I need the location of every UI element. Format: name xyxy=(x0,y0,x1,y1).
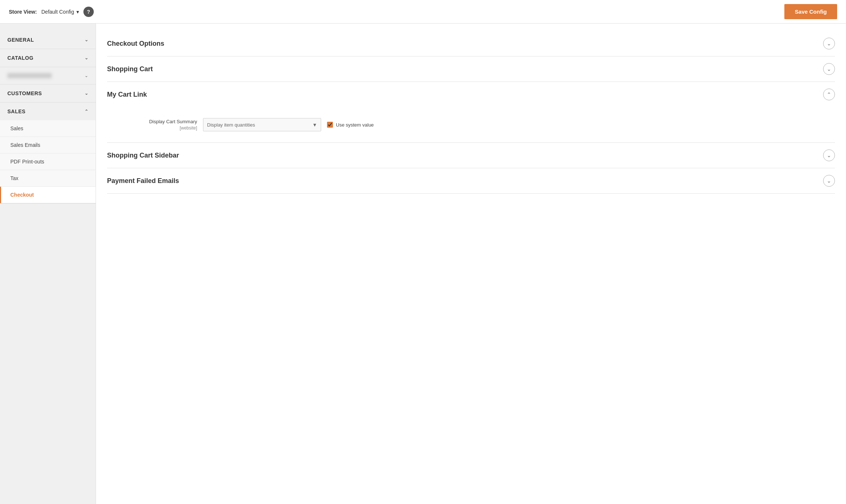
sidebar-section-general: GENERAL ⌄ xyxy=(0,31,96,49)
sidebar-section-header-catalog[interactable]: CATALOG ⌄ xyxy=(0,49,96,67)
sidebar-section-blurred[interactable]: ⌄ xyxy=(0,67,96,84)
use-system-value-wrapper: Use system value xyxy=(327,122,374,128)
sales-sub-items: Sales Sales Emails PDF Print-outs Tax Ch… xyxy=(0,120,96,203)
shopping-cart-title: Shopping Cart xyxy=(107,65,153,73)
use-system-value-label[interactable]: Use system value xyxy=(336,122,374,128)
display-cart-summary-label: Display Cart Summary [website] xyxy=(107,118,203,131)
chevron-down-icon: ⌄ xyxy=(85,91,89,96)
my-cart-link-title: My Cart Link xyxy=(107,91,147,99)
sidebar-section-header-sales[interactable]: SALES ⌃ xyxy=(0,103,96,120)
sidebar-catalog-label: CATALOG xyxy=(7,55,34,61)
section-shopping-cart[interactable]: Shopping Cart ⌄ xyxy=(107,56,835,82)
cart-summary-select[interactable]: Display item quantities ▼ xyxy=(203,118,321,131)
cart-summary-select-value: Display item quantities xyxy=(207,122,255,128)
sidebar-section-customers: CUSTOMERS ⌄ xyxy=(0,84,96,103)
sidebar-section-catalog: CATALOG ⌄ xyxy=(0,49,96,67)
sidebar-general-label: GENERAL xyxy=(7,37,34,43)
sidebar-section-header-general[interactable]: GENERAL ⌄ xyxy=(0,31,96,49)
blurred-label xyxy=(7,73,52,78)
main-layout: GENERAL ⌄ CATALOG ⌄ ⌄ CUSTOMERS ⌄ xyxy=(0,24,846,504)
shopping-cart-toggle-icon[interactable]: ⌄ xyxy=(823,63,835,75)
payment-failed-emails-title: Payment Failed Emails xyxy=(107,177,179,185)
select-arrow-icon: ▼ xyxy=(312,122,317,128)
shopping-cart-sidebar-toggle-icon[interactable]: ⌄ xyxy=(823,149,835,161)
sidebar-item-sales-emails[interactable]: Sales Emails xyxy=(0,137,96,153)
sidebar-item-tax[interactable]: Tax xyxy=(0,170,96,187)
display-cart-summary-sublabel: [website] xyxy=(107,125,197,131)
my-cart-link-toggle-icon[interactable]: ⌃ xyxy=(823,89,835,100)
display-cart-summary-row: Display Cart Summary [website] Display i… xyxy=(107,114,835,135)
sidebar-item-checkout[interactable]: Checkout xyxy=(0,187,96,203)
checkout-options-toggle-icon[interactable]: ⌄ xyxy=(823,38,835,49)
save-config-button[interactable]: Save Config xyxy=(784,4,837,19)
section-payment-failed-emails[interactable]: Payment Failed Emails ⌄ xyxy=(107,168,835,194)
sidebar: GENERAL ⌄ CATALOG ⌄ ⌄ CUSTOMERS ⌄ xyxy=(0,24,96,504)
use-system-value-checkbox[interactable] xyxy=(327,122,333,128)
payment-failed-emails-toggle-icon[interactable]: ⌄ xyxy=(823,175,835,187)
top-bar: Store View: Default Config ▾ ? Save Conf… xyxy=(0,0,846,24)
section-checkout-options[interactable]: Checkout Options ⌄ xyxy=(107,31,835,56)
sidebar-section-sales: SALES ⌃ Sales Sales Emails PDF Print-out… xyxy=(0,103,96,204)
my-cart-link-expanded: Display Cart Summary [website] Display i… xyxy=(107,107,835,143)
shopping-cart-sidebar-title: Shopping Cart Sidebar xyxy=(107,152,179,159)
content-area: Checkout Options ⌄ Shopping Cart ⌄ My Ca… xyxy=(96,24,846,504)
my-cart-link-header[interactable]: My Cart Link ⌃ xyxy=(107,82,835,107)
sidebar-section-header-customers[interactable]: CUSTOMERS ⌄ xyxy=(0,84,96,102)
store-view-dropdown[interactable]: Default Config ▾ xyxy=(41,9,79,15)
sidebar-sales-label: SALES xyxy=(7,108,25,114)
help-icon[interactable]: ? xyxy=(83,7,94,17)
chevron-down-icon: ⌄ xyxy=(85,73,88,78)
chevron-down-icon: ⌄ xyxy=(85,37,89,42)
store-view-value: Default Config xyxy=(41,9,74,15)
chevron-up-icon: ⌃ xyxy=(85,109,89,114)
section-my-cart-link: My Cart Link ⌃ Display Cart Summary [web… xyxy=(107,82,835,143)
store-view-label: Store View: xyxy=(9,9,37,15)
display-cart-summary-control: Display item quantities ▼ Use system val… xyxy=(203,118,374,131)
top-bar-left: Store View: Default Config ▾ ? xyxy=(9,7,94,17)
sidebar-customers-label: CUSTOMERS xyxy=(7,90,42,96)
sidebar-item-pdf-printouts[interactable]: PDF Print-outs xyxy=(0,153,96,170)
chevron-down-icon: ⌄ xyxy=(85,55,89,61)
section-shopping-cart-sidebar[interactable]: Shopping Cart Sidebar ⌄ xyxy=(107,143,835,168)
dropdown-arrow-icon: ▾ xyxy=(76,9,79,15)
sidebar-item-sales[interactable]: Sales xyxy=(0,120,96,137)
checkout-options-title: Checkout Options xyxy=(107,40,164,48)
